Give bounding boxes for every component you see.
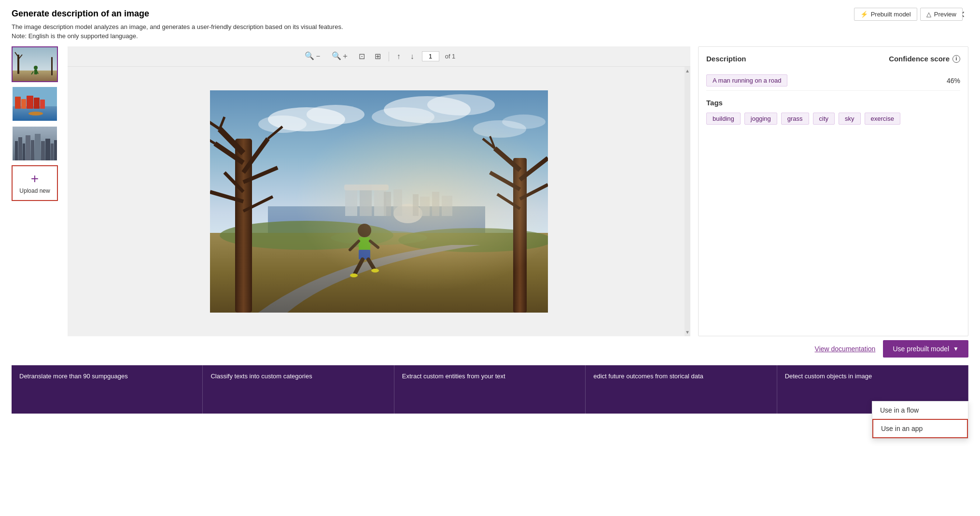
dialog-subtitle: The image description model analyzes an … bbox=[12, 23, 968, 30]
card-1: Detranslate more than 90 sumpguages bbox=[12, 365, 203, 414]
prebuilt-icon: ⚡ bbox=[860, 11, 868, 18]
tags-section: Tags buildingjogginggrasscityskyexercise bbox=[706, 99, 960, 125]
thumbnail-2[interactable] bbox=[12, 86, 58, 122]
upload-new-button[interactable]: + Upload new bbox=[12, 165, 58, 201]
upload-label: Upload new bbox=[19, 187, 50, 194]
card-5-desc: Detect custom objects in image bbox=[785, 372, 960, 381]
svg-rect-27 bbox=[51, 143, 54, 161]
tag-item: city bbox=[813, 113, 835, 125]
toolbar-separator bbox=[389, 52, 389, 61]
svg-rect-13 bbox=[21, 99, 26, 109]
tag-item: exercise bbox=[865, 113, 900, 125]
svg-point-17 bbox=[28, 112, 43, 115]
card-4-desc: edict future outcomes from storical data bbox=[593, 372, 769, 381]
dialog-container: ⚡ Prebuilt model △ Preview Generate desc… bbox=[0, 0, 980, 516]
content-area: + Upload new 🔍－ 🔍＋ ⊡ ⊞ ↑ ↓ of 1 bbox=[12, 46, 968, 336]
svg-rect-12 bbox=[15, 97, 21, 109]
page-number-input[interactable] bbox=[422, 51, 439, 61]
svg-rect-83 bbox=[210, 90, 548, 313]
use-in-flow-item[interactable]: Use in a flow bbox=[872, 401, 968, 419]
use-prebuilt-button[interactable]: Use prebuilt model ▼ bbox=[883, 340, 968, 358]
svg-rect-20 bbox=[18, 137, 22, 161]
prebuilt-model-button[interactable]: ⚡ Prebuilt model bbox=[854, 8, 917, 21]
confidence-value: 46% bbox=[947, 77, 960, 85]
top-right-buttons: ⚡ Prebuilt model △ Preview bbox=[854, 8, 963, 21]
fit-page-button[interactable]: ⊞ bbox=[373, 51, 383, 62]
svg-rect-23 bbox=[31, 140, 34, 161]
use-in-app-item[interactable]: Use in an app bbox=[872, 419, 968, 438]
card-3-desc: Extract custom entities from your text bbox=[402, 372, 577, 381]
svg-rect-24 bbox=[35, 134, 41, 161]
info-icon[interactable]: i bbox=[952, 55, 960, 63]
svg-rect-16 bbox=[40, 100, 45, 109]
scroll-down[interactable]: ▼ bbox=[684, 328, 690, 336]
description-header: Description bbox=[706, 55, 746, 63]
chevron-down-icon: ▼ bbox=[953, 345, 959, 352]
bottom-actions: View documentation Use prebuilt model ▼ bbox=[12, 336, 968, 365]
results-header: Description Confidence score i bbox=[706, 55, 960, 63]
image-viewer: 🔍－ 🔍＋ ⊡ ⊞ ↑ ↓ of 1 bbox=[68, 46, 690, 336]
dialog-header: Generate description of an image ✕ bbox=[12, 9, 968, 20]
tags-row: buildingjogginggrasscityskyexercise bbox=[706, 113, 960, 125]
description-tag: A man running on a road bbox=[706, 74, 787, 86]
svg-rect-25 bbox=[41, 141, 45, 161]
tag-item: jogging bbox=[744, 113, 777, 125]
card-2: Classify texts into custom categories bbox=[203, 365, 394, 414]
tag-item: grass bbox=[781, 113, 809, 125]
viewer-toolbar: 🔍－ 🔍＋ ⊡ ⊞ ↑ ↓ of 1 bbox=[68, 46, 690, 67]
svg-rect-2 bbox=[17, 55, 19, 74]
card-3: Extract custom entities from your text bbox=[394, 365, 586, 414]
preview-icon: △ bbox=[926, 11, 931, 18]
results-panel: Description Confidence score i A man run… bbox=[698, 46, 968, 336]
image-display: ▲ ▼ bbox=[68, 67, 690, 336]
next-page-button[interactable]: ↓ bbox=[408, 51, 416, 62]
page-total: of 1 bbox=[445, 53, 456, 60]
svg-rect-19 bbox=[15, 141, 18, 161]
zoom-out-button[interactable]: 🔍－ bbox=[303, 50, 324, 62]
svg-rect-14 bbox=[27, 96, 33, 109]
svg-rect-7 bbox=[34, 70, 37, 74]
zoom-in-button[interactable]: 🔍＋ bbox=[330, 50, 351, 62]
viewer-scrollbar[interactable]: ▲ ▼ bbox=[685, 67, 690, 336]
svg-rect-26 bbox=[45, 139, 50, 161]
tags-header: Tags bbox=[706, 99, 960, 107]
cards-row: Detranslate more than 90 sumpguages Clas… bbox=[12, 365, 968, 414]
svg-rect-21 bbox=[23, 143, 25, 161]
thumbnail-3[interactable] bbox=[12, 126, 58, 161]
upload-plus-icon: + bbox=[31, 172, 39, 186]
confidence-header: Confidence score i bbox=[889, 55, 960, 63]
card-1-desc: Detranslate more than 90 sumpguages bbox=[19, 372, 195, 381]
preview-button[interactable]: △ Preview bbox=[920, 8, 963, 21]
description-row: A man running on a road 46% bbox=[706, 71, 960, 91]
fit-width-button[interactable]: ⊡ bbox=[357, 51, 367, 62]
svg-point-6 bbox=[34, 66, 38, 70]
thumbnail-1[interactable] bbox=[12, 46, 58, 82]
tag-item: sky bbox=[839, 113, 861, 125]
dialog-title: Generate description of an image bbox=[12, 9, 149, 19]
svg-rect-15 bbox=[34, 98, 40, 109]
tag-item: building bbox=[706, 113, 741, 125]
view-documentation-link[interactable]: View documentation bbox=[815, 345, 876, 353]
dialog-note: Note: English is the only supported lang… bbox=[12, 32, 968, 40]
svg-rect-3 bbox=[51, 57, 53, 75]
card-2-desc: Classify texts into custom categories bbox=[210, 372, 386, 381]
dropdown-menu: Use in a flow Use in an app bbox=[872, 401, 968, 439]
prev-page-button[interactable]: ↑ bbox=[395, 51, 403, 62]
scroll-up[interactable]: ▲ bbox=[684, 67, 690, 75]
svg-rect-22 bbox=[26, 135, 30, 161]
card-4: edict future outcomes from storical data bbox=[586, 365, 777, 414]
svg-rect-28 bbox=[54, 140, 58, 161]
thumbnails-sidebar: + Upload new bbox=[12, 46, 60, 336]
